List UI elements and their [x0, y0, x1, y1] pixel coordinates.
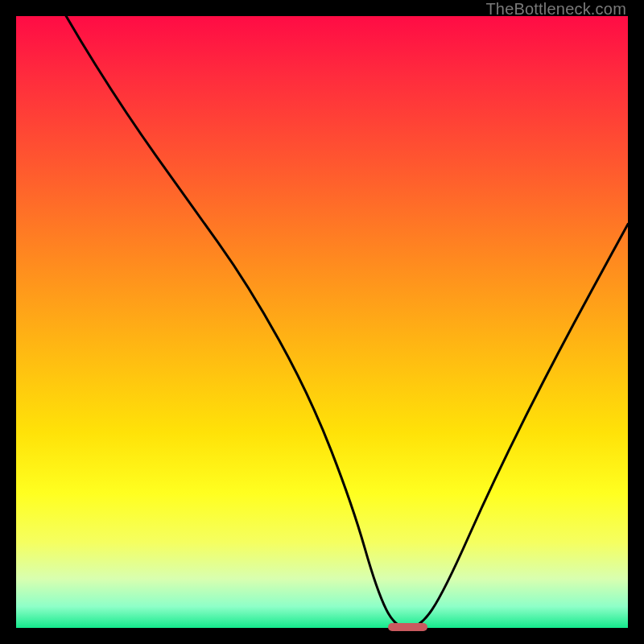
bottleneck-curve — [16, 16, 628, 628]
chart-frame: TheBottleneck.com — [0, 0, 644, 644]
plot-area — [16, 16, 628, 628]
optimal-range-marker — [388, 623, 428, 631]
watermark-text: TheBottleneck.com — [485, 0, 626, 19]
